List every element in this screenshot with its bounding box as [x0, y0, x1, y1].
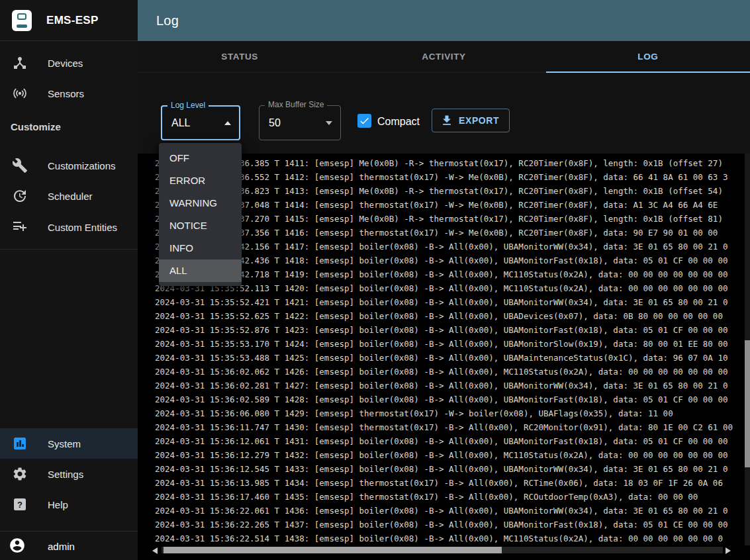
logo-base-shape [17, 24, 27, 28]
menu-item-notice[interactable]: NOTICE [159, 214, 242, 237]
menu-item-off[interactable]: OFF [159, 147, 242, 169]
max-buffer-size-select[interactable]: Max Buffer Size 50 [259, 105, 341, 140]
sidebar-item-label: Devices [48, 58, 83, 69]
log-line: 2024-03-31 15:36:06.080 T 1429: [emsesp]… [155, 406, 750, 420]
wrench-icon [12, 158, 28, 173]
log-line: 2024-03-31 15:36:12.061 T 1431: [emsesp]… [155, 434, 750, 448]
log-line: 2024-03-31 15:35:52.876 T 1423: [emsesp]… [155, 323, 750, 337]
sidebar-user-admin[interactable]: admin [0, 532, 138, 560]
log-line: 2024-03-31 15:35:52.113 T 1420: [emsesp]… [155, 281, 750, 295]
chevron-up-icon [224, 121, 231, 125]
log-level-select[interactable]: Log Level ALL [161, 105, 240, 140]
app-title: EMS-ESP [46, 14, 99, 27]
log-line: 2024-03-31 15:36:12.279 T 1432: [emsesp]… [155, 448, 750, 462]
playlist-add-icon [12, 219, 28, 235]
log-line: 2024-03-31 15:36:22.061 T 1436: [emsesp]… [155, 504, 750, 518]
tab-activity[interactable]: ACTIVITY [342, 41, 545, 72]
account-circle-icon [9, 537, 26, 554]
sidebar-item-custom-entities[interactable]: Custom Entities [0, 212, 138, 242]
scrollbar-right-arrow-icon[interactable] [726, 547, 731, 554]
log-line: 2024-03-31 15:36:12.545 T 1433: [emsesp]… [155, 462, 750, 476]
export-button-label: EXPORT [459, 115, 499, 126]
menu-item-all[interactable]: ALL [159, 259, 242, 282]
sidebar-item-label: Custom Entities [48, 222, 117, 233]
active-tab-indicator [546, 71, 750, 73]
tab-log[interactable]: LOG [546, 41, 750, 72]
log-line: 2024-03-31 15:36:13.985 T 1434: [emsesp]… [155, 476, 750, 490]
log-line: 2024-03-31 15:36:02.062 T 1426: [emsesp]… [155, 365, 750, 379]
log-line: 2024-03-31 15:35:37.048 T 1414: [emsesp]… [155, 198, 750, 212]
logo-screen-shape [17, 13, 26, 20]
log-line: 2024-03-31 15:35:36.385 T 1411: [emsesp]… [155, 156, 750, 170]
sidebar-item-label: Help [48, 499, 68, 510]
sidebar-divider [0, 249, 138, 250]
max-buffer-size-value: 50 [269, 117, 281, 129]
sidebar-item-devices[interactable]: Devices [0, 48, 138, 78]
tab-status[interactable]: STATUS [138, 41, 342, 72]
ems-esp-logo-icon [12, 10, 32, 31]
scrollbar-left-arrow-icon[interactable] [152, 547, 158, 554]
vertical-scrollbar-thumb[interactable] [745, 340, 750, 467]
bar-chart-icon [12, 436, 28, 451]
device-hub-icon [12, 55, 28, 71]
schedule-update-icon [12, 188, 28, 204]
sidebar-item-customizations[interactable]: Customizations [0, 150, 138, 181]
log-line: 2024-03-31 15:35:37.356 T 1416: [emsesp]… [155, 226, 750, 240]
sidebar-section-customize: Customize [11, 121, 61, 132]
gear-icon [12, 466, 28, 482]
username-label: admin [48, 540, 75, 551]
check-icon [359, 115, 370, 126]
download-icon [440, 114, 453, 127]
log-line: 2024-03-31 15:36:17.460 T 1435: [emsesp]… [155, 490, 750, 504]
log-line: 2024-03-31 15:36:22.265 T 1437: [emsesp]… [155, 518, 750, 532]
sidebar-item-label: Scheduler [48, 191, 93, 202]
log-line: 2024-03-31 15:35:36.552 T 1412: [emsesp]… [155, 170, 750, 184]
log-line: 2024-03-31 15:36:22.514 T 1438: [emsesp]… [155, 532, 750, 545]
log-level-value: ALL [171, 117, 190, 129]
log-line: 2024-03-31 15:35:42.718 T 1419: [emsesp]… [155, 267, 750, 281]
menu-item-info[interactable]: INFO [159, 237, 242, 259]
sidebar-item-scheduler[interactable]: Scheduler [0, 181, 138, 211]
sidebar-item-help[interactable]: ? Help [0, 489, 138, 520]
sidebar-item-label: System [48, 438, 81, 449]
sidebar-header: EMS-ESP [0, 0, 138, 41]
horizontal-scrollbar-thumb[interactable] [164, 547, 502, 553]
log-line: 2024-03-31 15:35:52.421 T 1421: [emsesp]… [155, 295, 750, 309]
sidebar-item-settings[interactable]: Settings [0, 459, 138, 489]
help-icon: ? [12, 496, 28, 512]
export-button[interactable]: EXPORT [432, 109, 510, 132]
sidebar-item-system[interactable]: System [0, 428, 138, 459]
max-buffer-size-label: Max Buffer Size [265, 100, 327, 109]
sidebar-item-label: Customizations [48, 160, 116, 171]
log-line: 2024-03-31 15:36:11.747 T 1430: [emsesp]… [155, 420, 750, 434]
sidebar-item-sensors[interactable]: Sensors [0, 78, 138, 109]
sidebar: EMS-ESP Devices Sensors Customize Custom… [0, 0, 138, 560]
menu-item-warning[interactable]: WARNING [159, 192, 242, 214]
tab-bar: STATUS ACTIVITY LOG [138, 41, 750, 73]
sidebar-item-label: Sensors [48, 88, 84, 99]
log-level-label: Log Level [167, 101, 209, 110]
log-line: 2024-03-31 15:35:42.156 T 1417: [emsesp]… [155, 240, 750, 254]
log-line: 2024-03-31 15:35:53.488 T 1425: [emsesp]… [155, 351, 750, 365]
log-line: 2024-03-31 15:36:02.281 T 1427: [emsesp]… [155, 379, 750, 393]
sensors-icon [12, 85, 28, 101]
chevron-down-icon [326, 121, 332, 125]
sidebar-item-label: Settings [48, 469, 83, 480]
log-line: 2024-03-31 15:35:53.170 T 1424: [emsesp]… [155, 337, 750, 351]
log-level-menu: OFF ERROR WARNING NOTICE INFO ALL [159, 143, 242, 286]
log-line: 2024-03-31 15:35:42.436 T 1418: [emsesp]… [155, 254, 750, 267]
log-line: 2024-03-31 15:35:36.823 T 1413: [emsesp]… [155, 184, 750, 198]
compact-checkbox[interactable] [357, 114, 371, 128]
menu-item-error[interactable]: ERROR [159, 169, 242, 192]
svg-text:?: ? [17, 500, 23, 510]
page-title: Log [156, 13, 179, 28]
log-line: 2024-03-31 15:36:02.589 T 1428: [emsesp]… [155, 393, 750, 406]
log-line: 2024-03-31 15:35:52.625 T 1422: [emsesp]… [155, 309, 750, 323]
compact-checkbox-label[interactable]: Compact [377, 115, 420, 128]
appbar: Log [138, 0, 750, 41]
log-line: 2024-03-31 15:35:37.270 T 1415: [emsesp]… [155, 212, 750, 226]
